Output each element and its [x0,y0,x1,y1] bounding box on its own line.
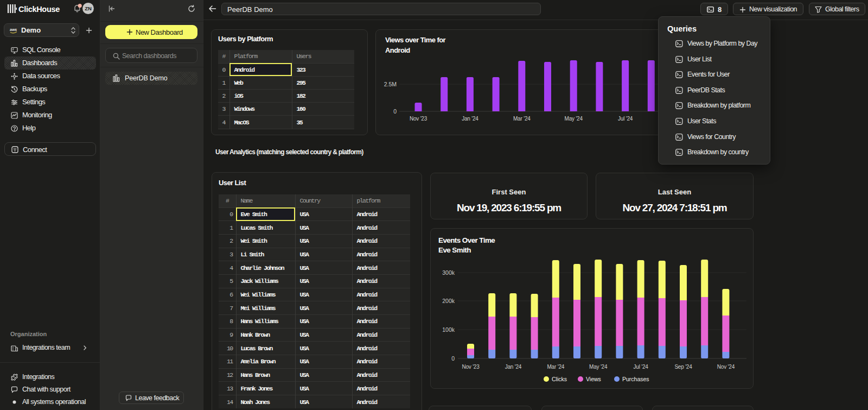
svg-text:May '24: May '24 [589,364,608,370]
svg-text:Nov '23: Nov '23 [462,364,480,370]
svg-text:Purchases: Purchases [622,376,649,382]
svg-text:Jan '24: Jan '24 [505,364,522,370]
svg-text:aws: aws [10,28,17,31]
svg-text:Jul '24: Jul '24 [618,116,633,122]
svg-text:Jan '24: Jan '24 [462,116,478,122]
svg-text:0: 0 [393,108,397,115]
svg-text:300k: 300k [442,269,455,276]
svg-text:2.5M: 2.5M [384,81,397,87]
svg-text:Nov '23: Nov '23 [410,116,427,122]
svg-text:Clicks: Clicks [552,376,567,382]
svg-text:Jul '24: Jul '24 [633,364,648,370]
svg-text:May '24: May '24 [565,116,583,122]
svg-text:200k: 200k [442,298,455,304]
svg-text:100k: 100k [442,326,455,333]
svg-text:Mar '24: Mar '24 [513,116,531,122]
svg-text:Views: Views [586,376,601,382]
svg-text:0: 0 [451,355,455,362]
svg-text:Mar '24: Mar '24 [547,364,564,370]
svg-text:Sep '24: Sep '24 [674,364,692,370]
svg-text:Nov '24: Nov '24 [717,364,735,370]
